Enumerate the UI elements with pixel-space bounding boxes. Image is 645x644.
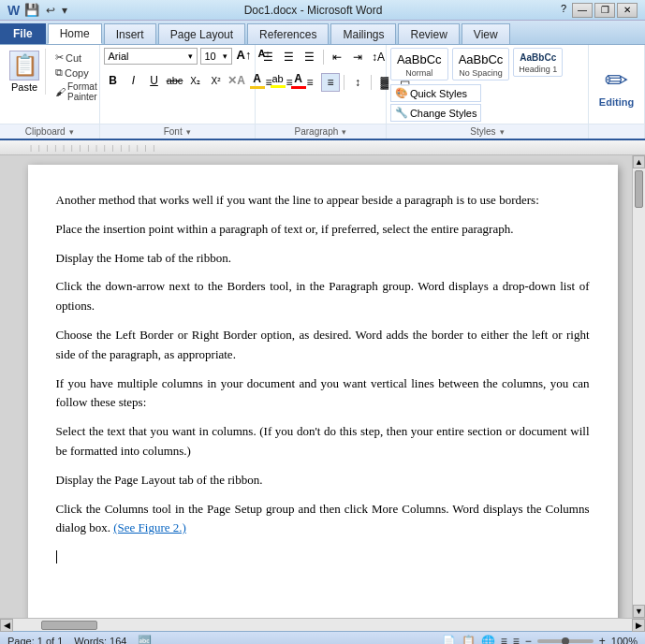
clipboard-group-footer: Clipboard ▾	[0, 124, 99, 139]
grow-font-button[interactable]: A↑	[235, 48, 254, 65]
document-page: Another method that works well if you wa…	[28, 165, 618, 618]
superscript-button[interactable]: X²	[207, 71, 226, 90]
tab-references[interactable]: References	[247, 23, 329, 44]
cut-button[interactable]: ✂ Cut	[53, 51, 99, 65]
ruler-markings: | | | | | | | | | | | | | | | |	[30, 143, 154, 152]
font-size-dropdown-arrow: ▾	[223, 51, 227, 61]
tab-insert[interactable]: Insert	[104, 23, 156, 44]
clipboard-expand-icon[interactable]: ▾	[69, 127, 74, 137]
title-bar: W 💾 ↩ ▾ Doc1.docx - Microsoft Word ? — ❐…	[0, 0, 645, 21]
font-group: Arial ▾ 10 ▾ A↑ A↓ B I U abc X₂ X	[100, 45, 256, 139]
scissors-icon: ✂	[55, 51, 64, 64]
window-title: Doc1.docx - Microsoft Word	[69, 4, 557, 17]
minimize-button[interactable]: —	[572, 3, 593, 18]
restore-button[interactable]: ❐	[594, 3, 615, 18]
h-scroll-thumb[interactable]	[41, 621, 97, 630]
scroll-down-button[interactable]: ▼	[633, 605, 645, 618]
copy-icon: ⧉	[55, 66, 63, 79]
para-9: Click the Columns tool in the Page Setup…	[56, 500, 590, 539]
word-count: Words: 164	[74, 636, 126, 645]
decrease-indent-button[interactable]: ⇤	[328, 48, 346, 66]
increase-indent-button[interactable]: ⇥	[348, 48, 367, 66]
numbering-button[interactable]: ☰	[280, 48, 299, 66]
styles-expand-icon[interactable]: ▾	[500, 127, 505, 137]
paragraph-expand-icon[interactable]: ▾	[342, 127, 346, 137]
paragraph-label: Paragraph	[295, 126, 339, 137]
save-qa-button[interactable]: 💾	[22, 2, 41, 18]
style-normal-label: Normal	[405, 68, 432, 78]
figure2-link[interactable]: (See Figure 2.)	[113, 520, 186, 534]
cursor-para[interactable]	[56, 548, 590, 567]
editing-label: Editing	[599, 96, 634, 108]
styles-side-controls: 🎨 Quick Styles 🔧 Change Styles	[390, 84, 482, 122]
tab-view[interactable]: View	[462, 23, 510, 44]
align-center-button[interactable]: ≡	[280, 73, 299, 92]
font-name-dropdown-arrow: ▾	[188, 51, 193, 61]
style-no-spacing[interactable]: AaBbCc No Spacing	[452, 48, 510, 80]
help-button[interactable]: ?	[557, 3, 570, 18]
h-scroll-track[interactable]	[13, 619, 632, 632]
vertical-scrollbar[interactable]: ▲ ▼	[632, 155, 645, 618]
paste-button[interactable]: 📋 Paste	[4, 49, 46, 95]
multilevel-button[interactable]: ☰	[301, 48, 319, 66]
zoom-minus-button[interactable]: −	[525, 635, 532, 645]
sort-button[interactable]: ↕A	[369, 48, 388, 66]
editing-icon: ✏	[605, 64, 628, 96]
qa-dropdown-button[interactable]: ▾	[60, 3, 69, 18]
ribbon-tab-bar: File Home Insert Page Layout References …	[0, 21, 645, 45]
view-web-button[interactable]: 🌐	[481, 635, 495, 645]
subscript-button[interactable]: X₂	[186, 71, 205, 90]
change-styles-icon: 🔧	[395, 107, 408, 119]
paragraph-group: ☰ ☰ ☰ ⇤ ⇥ ↕A ¶ ≡ ≡ ≡ ≡ ↕ ▓	[256, 45, 387, 139]
scroll-track[interactable]	[633, 168, 645, 605]
scroll-left-button[interactable]: ◀	[0, 619, 13, 632]
justify-button[interactable]: ≡	[321, 73, 340, 92]
bullets-button[interactable]: ☰	[259, 48, 278, 66]
view-outline-button[interactable]: ≡	[501, 635, 507, 645]
tab-home[interactable]: Home	[48, 23, 102, 44]
scroll-right-button[interactable]: ▶	[632, 619, 645, 632]
view-print-button[interactable]: 📄	[442, 635, 456, 645]
quick-styles-button[interactable]: 🎨 Quick Styles	[390, 84, 482, 102]
copy-button[interactable]: ⧉ Copy	[53, 66, 99, 80]
scroll-thumb[interactable]	[635, 170, 643, 208]
tab-review[interactable]: Review	[398, 23, 459, 44]
align-right-button[interactable]: ≡	[301, 73, 319, 92]
editing-button[interactable]: ✏ Editing	[599, 64, 634, 108]
clear-format-button[interactable]: ✕A	[227, 71, 246, 90]
style-normal-preview: AaBbCc	[395, 51, 444, 68]
style-nospacing-preview: AaBbCc	[457, 51, 506, 68]
horizontal-scrollbar[interactable]: ◀ ▶	[0, 618, 645, 631]
bold-button[interactable]: B	[104, 71, 123, 90]
view-fullread-button[interactable]: 📋	[462, 635, 476, 645]
underline-button[interactable]: U	[145, 71, 164, 90]
zoom-percent: 100%	[611, 636, 638, 645]
tab-mailings[interactable]: Mailings	[330, 23, 396, 44]
align-left-button[interactable]: ≡	[259, 73, 278, 92]
language-icon[interactable]: 🔤	[138, 635, 152, 645]
font-name-dropdown[interactable]: Arial ▾	[104, 48, 198, 65]
para-divider2	[344, 75, 344, 90]
tab-file[interactable]: File	[0, 23, 46, 44]
style-normal[interactable]: AaBbCc Normal	[390, 48, 448, 80]
status-right: 📄 📋 🌐 ≡ ≡ − + 100%	[442, 635, 638, 645]
para-5: Choose the Left Border or Right Border o…	[56, 326, 590, 365]
close-button[interactable]: ✕	[617, 3, 638, 18]
editing-group-footer	[589, 124, 644, 139]
change-styles-button[interactable]: 🔧 Change Styles	[390, 104, 482, 122]
font-size-dropdown[interactable]: 10 ▾	[200, 48, 232, 65]
font-expand-icon[interactable]: ▾	[186, 127, 191, 137]
style-heading1[interactable]: AaBbCc Heading 1	[513, 48, 563, 77]
tab-page-layout[interactable]: Page Layout	[158, 23, 245, 44]
format-painter-button[interactable]: 🖌 Format Painter	[53, 80, 99, 103]
undo-qa-button[interactable]: ↩	[44, 3, 57, 18]
clipboard-label: Clipboard	[25, 126, 66, 137]
zoom-plus-button[interactable]: +	[599, 635, 606, 645]
view-draft-button[interactable]: ≡	[513, 635, 520, 645]
zoom-slider[interactable]	[537, 639, 594, 643]
scroll-up-button[interactable]: ▲	[633, 155, 645, 168]
styles-group: AaBbCc Normal AaBbCc No Spacing AaBbCc H…	[387, 45, 589, 139]
line-spacing-button[interactable]: ↕	[348, 73, 367, 92]
strikethrough-button[interactable]: abc	[166, 71, 184, 90]
italic-button[interactable]: I	[125, 71, 143, 90]
